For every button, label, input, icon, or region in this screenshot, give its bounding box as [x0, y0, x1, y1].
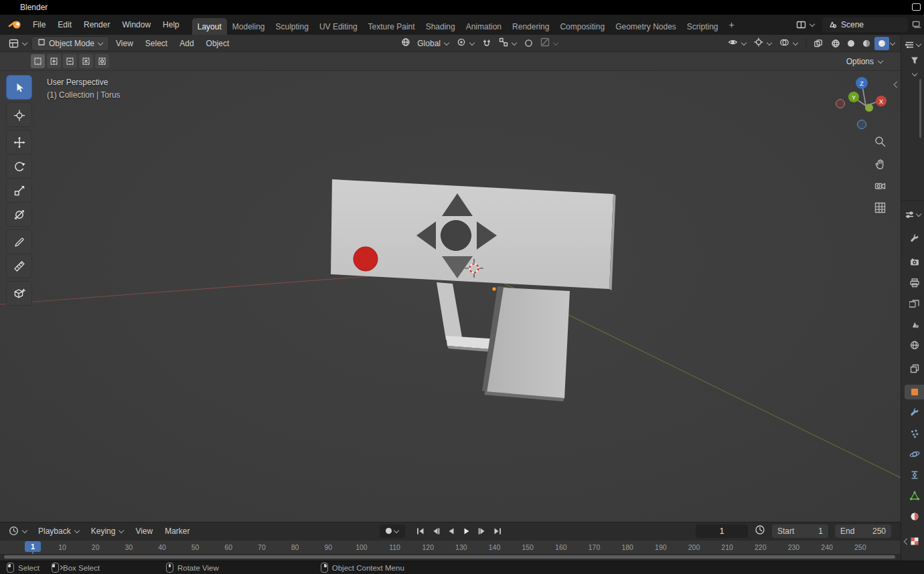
- properties-tab-collection[interactable]: [905, 361, 924, 376]
- options-button[interactable]: Options: [846, 57, 883, 66]
- timeline-scrollbar[interactable]: [4, 555, 895, 559]
- properties-tab-object[interactable]: [905, 385, 924, 399]
- tool-cursor-button[interactable]: [7, 103, 31, 126]
- workspace-tab-shading[interactable]: Shading: [420, 18, 461, 35]
- viewport-menu-select[interactable]: Select: [139, 36, 173, 51]
- timeline-ruler[interactable]: 1020304050607080901001101201301401501601…: [0, 540, 901, 555]
- workspace-tab-sculpting[interactable]: Sculpting: [271, 18, 314, 35]
- tool-scale-button[interactable]: [7, 179, 31, 202]
- select-subtract-mode-button[interactable]: [63, 54, 77, 68]
- play-reverse-button[interactable]: [445, 526, 457, 537]
- proportional-falloff-selector[interactable]: [537, 35, 562, 51]
- workspace-tab-compositing[interactable]: Compositing: [554, 18, 610, 35]
- frame-end-field[interactable]: End 250: [835, 524, 891, 538]
- blender-logo-icon[interactable]: [8, 19, 23, 30]
- gizmos-selector[interactable]: [751, 35, 775, 51]
- tool-annotate-button[interactable]: [7, 230, 31, 254]
- proportional-editing-toggle[interactable]: [521, 37, 536, 50]
- tool-select-box-button[interactable]: [7, 76, 31, 99]
- zoom-icon[interactable]: [872, 134, 887, 149]
- xray-toggle[interactable]: [810, 37, 826, 50]
- camera-view-icon[interactable]: [872, 178, 887, 193]
- jump-to-end-button[interactable]: [491, 526, 504, 537]
- shading-options-chevron[interactable]: [890, 41, 895, 46]
- transform-orientation-selector[interactable]: Global: [398, 35, 453, 51]
- mode-selector[interactable]: Object Mode: [31, 36, 109, 51]
- topbar-menu-help[interactable]: Help: [157, 17, 185, 32]
- properties-tab-scene[interactable]: [905, 317, 924, 332]
- 3d-viewport[interactable]: User Perspective (1) Collection | Torus: [0, 71, 901, 522]
- tool-transform-button[interactable]: [7, 203, 31, 226]
- properties-tab-material[interactable]: [905, 509, 924, 524]
- pan-hand-icon[interactable]: [872, 156, 887, 171]
- properties-tab-object-data[interactable]: [905, 488, 924, 503]
- workspace-tab-modeling[interactable]: Modeling: [227, 18, 271, 35]
- topbar-menu-edit[interactable]: Edit: [52, 17, 78, 32]
- properties-tab-world[interactable]: [905, 338, 924, 353]
- select-invert-mode-button[interactable]: [79, 54, 93, 68]
- workspace-tab-geometry-nodes[interactable]: Geometry Nodes: [610, 18, 682, 35]
- workspace-tab-scripting[interactable]: Scripting: [682, 18, 724, 35]
- workspace-tab-rendering[interactable]: Rendering: [507, 18, 554, 35]
- shading-material-preview-button[interactable]: [859, 37, 874, 50]
- timeline-playhead[interactable]: 1: [25, 541, 41, 555]
- tool-measure-button[interactable]: [7, 254, 31, 278]
- select-intersect-mode-button[interactable]: [95, 54, 109, 68]
- properties-tab-physics[interactable]: [905, 447, 924, 462]
- shading-wireframe-button[interactable]: [828, 37, 843, 50]
- workspace-tab-layout[interactable]: Layout: [192, 18, 227, 35]
- topbar-menu-window[interactable]: Window: [116, 17, 157, 32]
- jump-to-next-keyframe-button[interactable]: [476, 526, 488, 537]
- timeline-menu-view[interactable]: View: [129, 524, 159, 539]
- filter-icon[interactable]: [910, 56, 919, 65]
- properties-tab-render[interactable]: [905, 255, 924, 270]
- tool-move-button[interactable]: [7, 130, 31, 154]
- outliner-editor-type-button[interactable]: [905, 40, 921, 50]
- outliner-scrollbar[interactable]: [919, 79, 921, 138]
- properties-tab-modifiers[interactable]: [905, 405, 924, 420]
- properties-editor-type-button[interactable]: [905, 210, 921, 219]
- timeline-expand-arrow[interactable]: [903, 538, 909, 545]
- shading-solid-button[interactable]: [844, 37, 858, 50]
- snap-toggle[interactable]: [479, 37, 495, 50]
- properties-tab-particles[interactable]: [905, 426, 924, 441]
- timeline-menu-marker[interactable]: Marker: [159, 524, 196, 539]
- workspace-tab-texture-paint[interactable]: Texture Paint: [363, 18, 420, 35]
- object-visibility-selector[interactable]: [724, 36, 750, 50]
- current-frame-field[interactable]: 1: [696, 524, 748, 538]
- tool-rotate-button[interactable]: [7, 155, 31, 178]
- toggle-orthographic-icon[interactable]: [872, 200, 887, 215]
- workspace-tab-uv-editing[interactable]: UV Editing: [314, 18, 363, 35]
- snap-settings-selector[interactable]: [495, 35, 520, 51]
- jump-to-start-button[interactable]: [414, 526, 427, 537]
- properties-tab-view-layer[interactable]: [905, 296, 924, 311]
- tool-add-cube-button[interactable]: [7, 282, 31, 305]
- jump-to-prev-keyframe-button[interactable]: [430, 526, 442, 537]
- overlays-selector[interactable]: [776, 36, 801, 51]
- timeline-menu-keying[interactable]: Keying: [85, 524, 130, 539]
- editor-type-button[interactable]: [5, 37, 31, 50]
- select-set-mode-button[interactable]: [31, 54, 45, 68]
- select-extend-mode-button[interactable]: [47, 54, 61, 68]
- add-workspace-button[interactable]: +: [724, 19, 740, 30]
- properties-tab-output[interactable]: [905, 276, 924, 290]
- frame-start-field[interactable]: Start 1: [772, 524, 828, 538]
- preview-range-icon[interactable]: [755, 524, 765, 537]
- timeline-editor-type-button[interactable]: [5, 524, 31, 538]
- play-button[interactable]: [461, 526, 473, 537]
- workspace-tab-animation[interactable]: Animation: [461, 18, 507, 35]
- viewport-menu-add[interactable]: Add: [173, 36, 200, 51]
- pivot-point-selector[interactable]: [453, 35, 478, 51]
- scene-selector[interactable]: Scene: [822, 17, 908, 32]
- auto-keying-toggle[interactable]: [380, 524, 405, 538]
- topbar-menu-render[interactable]: Render: [78, 17, 116, 32]
- outliner-options-chevron[interactable]: [912, 72, 917, 77]
- viewport-menu-view[interactable]: View: [110, 36, 139, 51]
- timeline-menu-playback[interactable]: Playback: [32, 524, 85, 539]
- sidebar-collapse-arrow[interactable]: [893, 81, 899, 88]
- navigation-gizmo[interactable]: Z X Y: [835, 75, 891, 131]
- shading-rendered-button[interactable]: [874, 37, 889, 50]
- properties-tab-constraints[interactable]: [905, 468, 924, 482]
- viewport-menu-object[interactable]: Object: [200, 36, 236, 51]
- topbar-menu-file[interactable]: File: [27, 17, 52, 32]
